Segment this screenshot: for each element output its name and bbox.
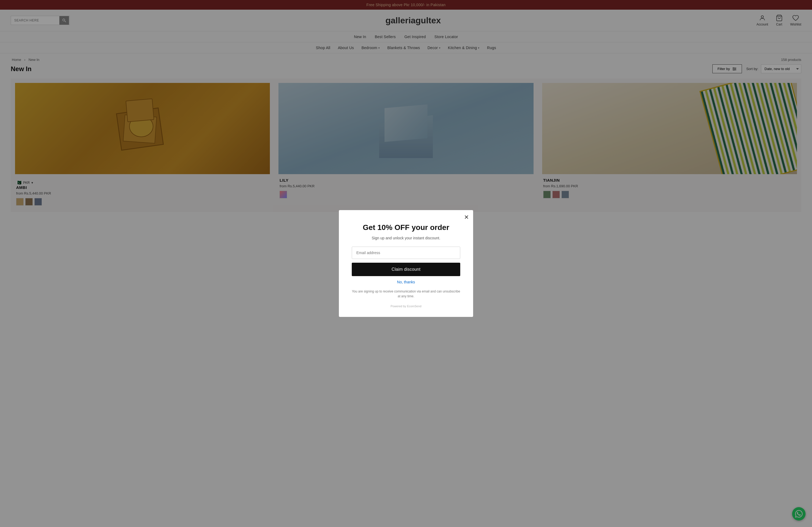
modal-close-button[interactable]: ✕ <box>464 214 469 220</box>
discount-modal: ✕ Get 10% OFF your order Sign up and unl… <box>339 210 473 223</box>
modal-overlay[interactable]: ✕ Get 10% OFF your order Sign up and unl… <box>0 0 812 223</box>
